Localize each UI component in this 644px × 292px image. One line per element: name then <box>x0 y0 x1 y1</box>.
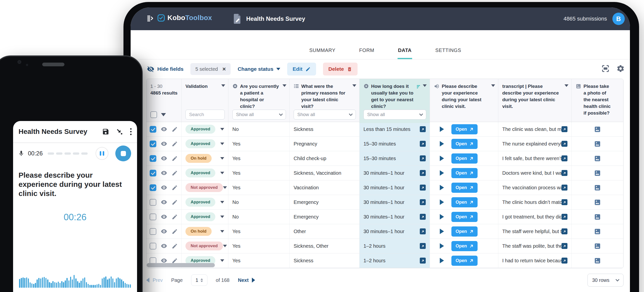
view-record-icon[interactable] <box>160 140 168 147</box>
validation-search-input[interactable] <box>186 110 225 119</box>
pause-button[interactable] <box>96 147 108 160</box>
kobotoolbox-logo[interactable]: KoboToolbox <box>157 14 212 22</box>
open-record-icon[interactable] <box>420 126 426 132</box>
chevron-down-icon[interactable] <box>221 84 225 87</box>
open-record-icon[interactable] <box>562 258 568 263</box>
fullscreen-icon[interactable] <box>601 64 610 74</box>
chevron-down-icon[interactable] <box>352 84 356 87</box>
validation-status-badge[interactable]: Approved <box>186 212 215 221</box>
column-reasons[interactable]: What were the primary reasons for your l… <box>290 79 360 123</box>
rows-per-page-select[interactable]: 30 rows <box>588 274 624 286</box>
open-button[interactable]: Open <box>452 139 478 149</box>
row-checkbox[interactable] <box>150 126 156 133</box>
edit-record-icon[interactable] <box>172 126 178 132</box>
image-attachment-icon[interactable] <box>594 242 601 250</box>
select-all-checkbox[interactable] <box>150 111 157 118</box>
hide-fields-button[interactable]: Hide fields <box>147 65 184 73</box>
row-checkbox[interactable] <box>150 228 156 235</box>
tab-settings[interactable]: SETTINGS <box>435 48 462 59</box>
chevron-down-icon[interactable] <box>220 201 224 203</box>
edit-record-icon[interactable] <box>172 156 178 162</box>
page-number-input[interactable]: 1 <box>191 274 208 286</box>
row-checkbox[interactable] <box>150 184 156 191</box>
open-button[interactable]: Open <box>452 197 478 207</box>
chevron-down-icon[interactable] <box>220 128 224 130</box>
jump-forward-icon[interactable] <box>116 128 123 135</box>
save-icon[interactable] <box>102 128 110 135</box>
validation-status-badge[interactable]: Approved <box>186 198 215 207</box>
play-audio-icon[interactable] <box>440 185 444 190</box>
column-audio[interactable]: Please describe your experience during y… <box>430 79 498 123</box>
view-record-icon[interactable] <box>160 184 168 191</box>
open-record-icon[interactable] <box>562 141 568 147</box>
chevron-down-icon[interactable] <box>220 157 224 160</box>
change-status-button[interactable]: Change status <box>238 66 280 72</box>
row-checkbox[interactable] <box>150 170 156 177</box>
view-record-icon[interactable] <box>160 242 168 249</box>
chevron-down-icon[interactable] <box>564 84 568 87</box>
play-audio-icon[interactable] <box>440 126 444 132</box>
open-button[interactable]: Open <box>452 154 478 164</box>
stop-button[interactable] <box>115 145 131 161</box>
open-record-icon[interactable] <box>562 243 568 249</box>
play-audio-icon[interactable] <box>440 141 444 147</box>
image-attachment-icon[interactable] <box>594 213 601 220</box>
open-record-icon[interactable] <box>420 199 426 205</box>
edit-record-icon[interactable] <box>172 185 178 191</box>
image-attachment-icon[interactable] <box>594 170 601 177</box>
open-record-icon[interactable] <box>420 141 426 147</box>
open-record-icon[interactable] <box>562 228 568 234</box>
chevron-down-icon[interactable] <box>220 142 224 145</box>
open-record-icon[interactable] <box>420 170 426 176</box>
play-audio-icon[interactable] <box>440 199 444 205</box>
chevron-down-icon[interactable] <box>282 84 286 87</box>
validation-status-badge[interactable]: Approved <box>186 139 215 148</box>
clear-selection-icon[interactable]: × <box>222 66 226 72</box>
open-button[interactable]: Open <box>452 124 478 134</box>
page-stepper[interactable] <box>200 278 203 282</box>
open-record-icon[interactable] <box>420 156 426 161</box>
open-record-icon[interactable] <box>562 199 568 205</box>
chevron-down-icon[interactable] <box>423 84 427 87</box>
play-audio-icon[interactable] <box>440 214 444 219</box>
open-record-icon[interactable] <box>420 185 426 191</box>
delete-button[interactable]: Delete <box>323 63 358 75</box>
open-record-icon[interactable] <box>420 228 426 234</box>
kebab-menu-icon[interactable] <box>130 128 132 135</box>
open-record-icon[interactable] <box>420 243 426 249</box>
play-audio-icon[interactable] <box>440 243 444 249</box>
view-record-icon[interactable] <box>160 228 168 235</box>
chevron-down-icon[interactable] <box>220 172 224 174</box>
column-validation[interactable]: Validation <box>182 79 228 123</box>
row-checkbox[interactable] <box>150 243 156 249</box>
chevron-down-icon[interactable] <box>491 84 495 87</box>
tab-summary[interactable]: SUMMARY <box>309 48 336 59</box>
open-record-icon[interactable] <box>420 214 426 220</box>
image-attachment-icon[interactable] <box>594 126 601 133</box>
validation-status-badge[interactable]: Approved <box>186 125 215 134</box>
gear-icon[interactable] <box>616 64 625 74</box>
tab-form[interactable]: FORM <box>359 48 375 59</box>
column-photo[interactable]: Please take a photo of the nearest healt… <box>572 79 623 123</box>
edit-record-icon[interactable] <box>172 258 178 264</box>
validation-status-badge[interactable]: Not approved <box>186 241 223 250</box>
play-audio-icon[interactable] <box>440 170 444 176</box>
reasons-filter-select[interactable]: Show all <box>294 110 356 119</box>
column-transcript[interactable]: transcript | Please describe your experi… <box>498 79 572 123</box>
tab-data[interactable]: DATA <box>398 48 412 59</box>
row-checkbox[interactable] <box>150 199 156 206</box>
open-button[interactable]: Open <box>452 256 478 266</box>
open-button[interactable]: Open <box>452 168 478 178</box>
edit-record-icon[interactable] <box>172 214 178 220</box>
open-record-icon[interactable] <box>562 126 568 132</box>
edit-record-icon[interactable] <box>172 243 178 249</box>
edit-record-icon[interactable] <box>172 199 178 205</box>
horizontal-scrollbar[interactable] <box>147 263 215 267</box>
open-record-icon[interactable] <box>562 156 568 161</box>
view-record-icon[interactable] <box>160 213 168 220</box>
validation-status-badge[interactable]: On hold <box>186 227 212 236</box>
image-attachment-icon[interactable] <box>594 184 601 191</box>
view-record-icon[interactable] <box>160 199 168 206</box>
chevron-down-icon[interactable] <box>161 113 166 116</box>
view-record-icon[interactable] <box>160 126 168 133</box>
